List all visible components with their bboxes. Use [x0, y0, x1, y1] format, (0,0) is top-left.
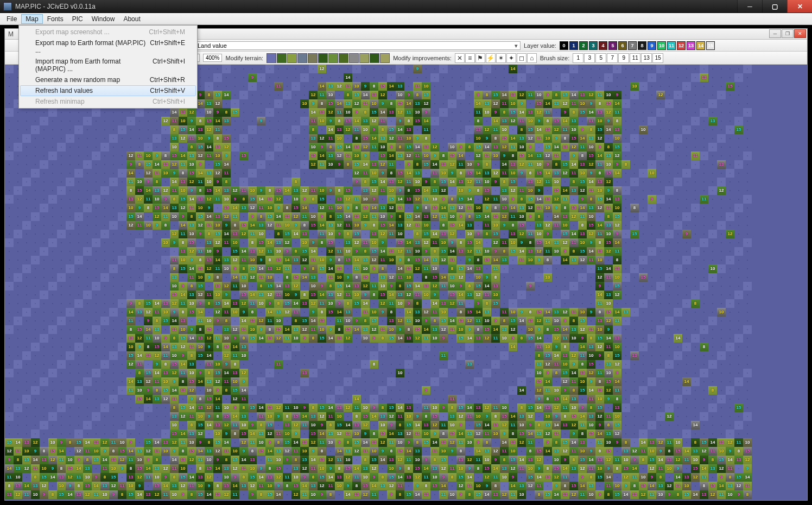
map-tile[interactable]: [535, 273, 543, 282]
map-tile[interactable]: [5, 291, 14, 299]
map-tile[interactable]: 11: [456, 438, 465, 447]
map-tile[interactable]: [734, 282, 743, 291]
map-tile[interactable]: 12: [291, 282, 300, 291]
map-tile[interactable]: 9: [144, 317, 153, 325]
map-tile[interactable]: 8: [396, 421, 404, 430]
map-tile[interactable]: [734, 317, 743, 325]
map-tile[interactable]: 9: [448, 169, 456, 178]
map-tile[interactable]: 10: [361, 125, 370, 134]
map-tile[interactable]: [231, 160, 239, 169]
map-tile[interactable]: 8: [491, 273, 500, 282]
map-tile[interactable]: [621, 134, 630, 143]
map-tile[interactable]: [109, 282, 118, 291]
map-tile[interactable]: [109, 377, 118, 386]
map-tile[interactable]: [665, 204, 674, 212]
map-tile[interactable]: [630, 299, 639, 308]
map-tile[interactable]: [57, 264, 66, 273]
map-tile[interactable]: [144, 360, 153, 369]
map-tile[interactable]: 9: [109, 490, 118, 499]
map-tile[interactable]: 11: [422, 125, 430, 134]
map-tile[interactable]: 10: [66, 456, 74, 464]
terrain-tile-2[interactable]: [287, 53, 297, 63]
map-tile[interactable]: [22, 273, 31, 282]
map-tile[interactable]: 14: [569, 230, 578, 238]
map-tile[interactable]: 10: [135, 178, 144, 186]
map-tile[interactable]: [708, 73, 717, 82]
map-tile[interactable]: 10: [361, 195, 370, 204]
map-tile[interactable]: [613, 73, 621, 82]
map-tile[interactable]: 13: [239, 204, 248, 212]
map-tile[interactable]: 11: [344, 82, 352, 91]
map-tile[interactable]: [66, 221, 74, 230]
map-tile[interactable]: [734, 204, 743, 212]
map-tile[interactable]: 12: [257, 247, 265, 256]
map-tile[interactable]: [674, 325, 682, 334]
map-tile[interactable]: 8: [526, 447, 535, 456]
map-tile[interactable]: 9: [74, 456, 83, 464]
map-tile[interactable]: [48, 482, 57, 490]
map-tile[interactable]: [283, 134, 291, 143]
map-tile[interactable]: [448, 377, 456, 386]
map-tile[interactable]: 8: [326, 490, 335, 499]
map-tile[interactable]: [448, 117, 456, 125]
map-tile[interactable]: 15: [561, 369, 569, 377]
map-tile[interactable]: [674, 377, 682, 386]
map-tile[interactable]: [682, 134, 691, 143]
map-tile[interactable]: 12: [474, 291, 483, 299]
map-tile[interactable]: 8: [613, 186, 621, 195]
map-tile[interactable]: [83, 325, 92, 334]
map-tile[interactable]: 13: [535, 430, 543, 438]
map-tile[interactable]: 13: [5, 490, 14, 499]
map-tile[interactable]: 8: [370, 221, 378, 230]
map-tile[interactable]: 15: [448, 152, 456, 160]
map-tile[interactable]: 9: [509, 195, 517, 204]
map-tile[interactable]: [22, 351, 31, 360]
map-tile[interactable]: [66, 291, 74, 299]
map-tile[interactable]: 8: [674, 490, 682, 499]
map-tile[interactable]: [500, 343, 509, 351]
map-tile[interactable]: [517, 299, 526, 308]
map-tile[interactable]: [439, 108, 448, 117]
map-tile[interactable]: [57, 282, 66, 291]
map-tile[interactable]: [413, 343, 422, 351]
map-tile[interactable]: [31, 317, 40, 325]
map-tile[interactable]: 12: [309, 160, 318, 169]
map-tile[interactable]: 13: [500, 464, 509, 473]
map-tile[interactable]: [22, 117, 31, 125]
map-tile[interactable]: 13: [205, 377, 213, 386]
map-tile[interactable]: [161, 256, 170, 264]
map-tile[interactable]: 13: [213, 490, 222, 499]
map-tile[interactable]: [153, 273, 161, 282]
map-tile[interactable]: [14, 212, 22, 221]
map-tile[interactable]: [283, 343, 291, 351]
map-tile[interactable]: [100, 178, 109, 186]
map-tile[interactable]: 8: [561, 204, 569, 212]
map-tile[interactable]: 13: [265, 195, 274, 204]
map-tile[interactable]: 11: [291, 447, 300, 456]
map-tile[interactable]: [639, 238, 648, 247]
map-tile[interactable]: [291, 386, 300, 395]
map-tile[interactable]: [474, 195, 483, 204]
map-tile[interactable]: 14: [491, 117, 500, 125]
map-tile[interactable]: 12: [509, 117, 517, 125]
map-tile[interactable]: 14: [205, 351, 213, 360]
map-tile[interactable]: 14: [135, 351, 144, 360]
terrain-tile-10[interactable]: [370, 53, 379, 63]
map-tile[interactable]: [161, 178, 170, 186]
map-tile[interactable]: [656, 282, 665, 291]
map-tile[interactable]: [456, 351, 465, 360]
map-tile[interactable]: 14: [326, 403, 335, 412]
map-tile[interactable]: 8: [309, 125, 318, 134]
map-tile[interactable]: [708, 343, 717, 351]
map-tile[interactable]: [14, 160, 22, 169]
map-tile[interactable]: 15: [213, 438, 222, 447]
map-tile[interactable]: [370, 351, 378, 360]
menu-file[interactable]: File: [2, 14, 21, 24]
map-tile[interactable]: 15: [144, 160, 153, 169]
layer-value-swatch-3[interactable]: 3: [589, 41, 598, 50]
map-tile[interactable]: [691, 143, 700, 152]
map-tile[interactable]: [309, 351, 318, 360]
map-tile[interactable]: [387, 73, 396, 82]
map-tile[interactable]: [239, 212, 248, 221]
map-tile[interactable]: 14: [361, 91, 370, 99]
